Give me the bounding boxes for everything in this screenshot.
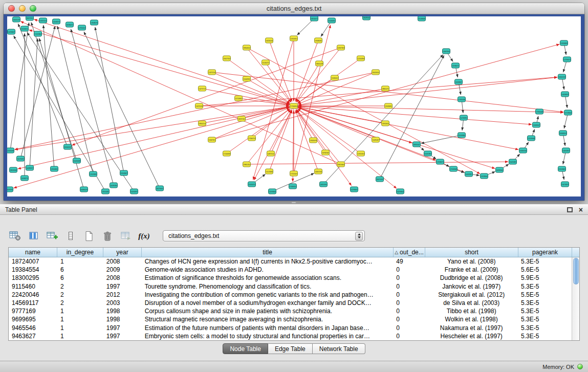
network-node[interactable]: 15495267	[372, 137, 380, 142]
network-node[interactable]: 18297261	[238, 116, 246, 121]
tab-node-table[interactable]: Node Table	[223, 343, 268, 354]
network-node[interactable]: 15092384	[424, 151, 432, 156]
network-node[interactable]: 15958483	[560, 40, 568, 46]
network-node[interactable]: 20605139	[13, 17, 20, 22]
network-node[interactable]: 15938472	[452, 63, 460, 68]
network-node[interactable]: 12042811	[243, 76, 251, 81]
delete-table-icon[interactable]	[100, 229, 114, 243]
network-node[interactable]: 17203948	[450, 166, 458, 171]
network-edge[interactable]	[253, 38, 294, 180]
network-edge[interactable]	[297, 58, 361, 103]
network-node[interactable]: 12610651	[290, 36, 298, 41]
table-row[interactable]: 1456911722003Disruption of a novel membe…	[9, 299, 572, 307]
network-node[interactable]: 16293840	[397, 189, 404, 194]
tab-edge-table[interactable]: Edge Table	[268, 343, 313, 354]
network-node[interactable]: 11548408	[418, 16, 426, 21]
network-node[interactable]: 14092837	[465, 171, 473, 177]
network-node[interactable]: 14728395	[460, 115, 468, 120]
close-window-button[interactable]	[8, 5, 15, 12]
network-node[interactable]: 11209384	[458, 133, 466, 138]
network-edge[interactable]	[34, 19, 294, 106]
column-header-pagerank[interactable]: pagerank	[518, 248, 572, 257]
network-node[interactable]: 18472039	[376, 177, 384, 182]
tab-network-table[interactable]: Network Table	[313, 343, 365, 354]
network-node[interactable]: 12058374	[53, 19, 60, 24]
network-node[interactable]: 15203948	[528, 136, 535, 141]
column-header-short[interactable]: short	[425, 248, 518, 257]
network-node[interactable]: 11720962	[235, 96, 243, 101]
table-row[interactable]: 946362711997Embryonic stem cells: a mode…	[9, 332, 572, 340]
network-node[interactable]: 15130272	[262, 60, 270, 65]
create-column-icon[interactable]	[45, 229, 59, 243]
network-node[interactable]: 16326526	[266, 38, 273, 43]
network-edge[interactable]	[27, 32, 134, 191]
network-node[interactable]: 15367591	[208, 137, 216, 142]
network-edge[interactable]	[247, 162, 508, 164]
table-row[interactable]: 1872400712008Changes of HCN gene express…	[9, 257, 572, 266]
network-node[interactable]: 10293847	[8, 29, 15, 34]
network-node[interactable]: 12925353	[357, 151, 365, 156]
table-selector-dropdown[interactable]: citations_edges.txt	[163, 230, 365, 242]
network-node[interactable]: 14039284	[110, 183, 118, 188]
network-node[interactable]: 20160529	[64, 144, 72, 149]
network-node[interactable]: 17240816	[290, 103, 298, 108]
network-node[interactable]: 17584723	[248, 136, 256, 141]
network-node[interactable]: 17392048	[536, 109, 543, 114]
network-edge[interactable]	[298, 107, 376, 140]
network-edge[interactable]	[254, 106, 294, 180]
network-node[interactable]: 11098273	[21, 176, 29, 181]
network-edge[interactable]	[84, 32, 160, 188]
network-node[interactable]: 16084029	[80, 187, 88, 192]
minimize-window-button[interactable]	[19, 5, 26, 12]
network-node[interactable]: 10967363	[337, 45, 345, 50]
network-node[interactable]: 22426831	[385, 103, 393, 108]
network-node[interactable]: 16024010	[372, 70, 380, 75]
table-row[interactable]: 946554611997Estimation of the future num…	[9, 324, 572, 332]
network-node[interactable]: 13920485	[102, 189, 110, 194]
network-node[interactable]: 15673092	[17, 156, 25, 161]
network-node[interactable]: 14098237	[26, 165, 34, 170]
table-settings-icon[interactable]	[8, 229, 22, 243]
function-builder-icon[interactable]: f(x)	[137, 229, 151, 243]
table-row[interactable]: 2242004622012Investigating the contribut…	[9, 291, 572, 299]
network-node[interactable]: 15345612	[331, 75, 339, 80]
network-node[interactable]: 16649500	[363, 16, 371, 20]
network-node[interactable]: 19487694	[443, 49, 450, 54]
network-edge[interactable]	[20, 21, 341, 164]
table-row[interactable]: 969969511998Structural magnetic resonanc…	[9, 315, 572, 323]
network-node[interactable]: 18130472	[311, 16, 318, 21]
network-node[interactable]: 14820394	[320, 182, 328, 187]
network-node[interactable]: 19586581	[315, 38, 322, 43]
network-node[interactable]: 17583920	[289, 184, 297, 189]
network-edge[interactable]	[297, 108, 361, 154]
network-window[interactable]: citations_edges.txt 17240816224268311880…	[4, 3, 584, 201]
network-node[interactable]: 14872511	[267, 151, 275, 156]
panel-split-handle[interactable]	[0, 201, 588, 204]
network-node[interactable]: 18625840	[337, 162, 345, 167]
network-edge[interactable]	[95, 27, 124, 173]
network-node[interactable]: 15673829	[561, 182, 569, 187]
column-header-out_de[interactable]: △out_de...	[394, 248, 425, 257]
network-edge[interactable]	[271, 110, 292, 154]
network-node[interactable]: 16938472	[66, 22, 74, 27]
network-node[interactable]: 12920831	[51, 166, 58, 171]
network-node[interactable]: 16367206	[315, 169, 322, 174]
column-header-title[interactable]: title	[142, 248, 394, 257]
network-node[interactable]: 16283940	[496, 167, 504, 172]
network-node[interactable]: 19861350	[243, 162, 251, 167]
network-node[interactable]: 12938475	[437, 159, 444, 164]
network-node[interactable]: 16782345	[322, 150, 330, 155]
network-node[interactable]: 19027313	[223, 56, 231, 61]
network-node[interactable]: 15926374	[248, 182, 256, 187]
network-edge[interactable]	[294, 106, 518, 149]
network-edge[interactable]	[15, 106, 294, 150]
create-table-icon[interactable]	[82, 229, 96, 243]
network-node[interactable]: 12083947	[533, 122, 540, 127]
network-node[interactable]: 13029485	[509, 159, 517, 164]
network-node[interactable]: 14058693	[561, 92, 569, 97]
network-node[interactable]: 18302214	[199, 121, 206, 126]
network-node[interactable]: 11728304	[564, 110, 572, 115]
network-node[interactable]: 12093846	[269, 189, 276, 194]
network-node[interactable]: 17029385	[90, 171, 97, 177]
column-list-icon[interactable]	[63, 229, 77, 243]
